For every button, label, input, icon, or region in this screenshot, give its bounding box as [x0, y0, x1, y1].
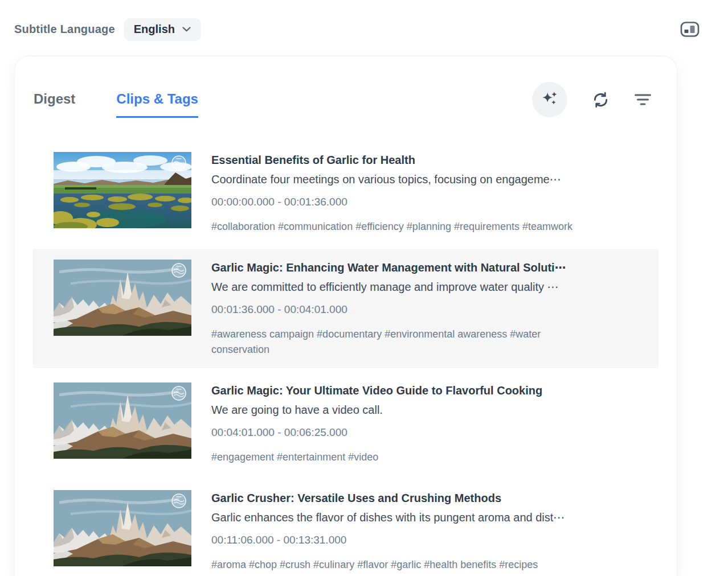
- clip-row[interactable]: Garlic Magic: Enhancing Water Management…: [33, 249, 659, 368]
- card-header: Digest Clips & Tags: [15, 56, 677, 118]
- clip-thumbnail[interactable]: [54, 152, 191, 228]
- clip-tags: #awareness campaign #documentary #enviro…: [211, 327, 604, 357]
- clip-thumbnail[interactable]: [54, 490, 191, 566]
- language-selector[interactable]: English: [124, 18, 201, 41]
- watermark-badge: [172, 264, 186, 277]
- chevron-down-icon: [182, 26, 191, 32]
- clip-title: Garlic Magic: Your Ultimate Video Guide …: [211, 383, 604, 398]
- clip-list: Essential Benefits of Garlic for Health …: [15, 141, 677, 576]
- card-toolbar: [532, 56, 652, 117]
- clip-title: Essential Benefits of Garlic for Health: [211, 153, 604, 168]
- clip-time-range: 00:01:36.000 - 00:04:01.000: [211, 302, 604, 317]
- clip-time-range: 00:11:06.000 - 00:13:31.000: [211, 533, 604, 548]
- mountain-peaks-thumbnail-image: [54, 260, 191, 336]
- clip-content: Garlic Crusher: Versatile Uses and Crush…: [211, 490, 604, 573]
- sparkles-icon: [540, 90, 559, 109]
- tab-digest[interactable]: Digest: [34, 90, 75, 118]
- clip-description: We are going to have a video call.: [211, 402, 604, 418]
- language-value: English: [134, 23, 175, 36]
- clip-row[interactable]: Garlic Magic: Your Ultimate Video Guide …: [33, 372, 659, 476]
- clip-title: Garlic Magic: Enhancing Water Management…: [211, 260, 604, 275]
- mountain-peaks-thumbnail-image: [54, 382, 191, 459]
- mountain-peaks-thumbnail-image: [54, 490, 191, 566]
- ai-sparkles-button[interactable]: [532, 82, 567, 117]
- subtitle-language-label: Subtitle Language: [14, 23, 115, 36]
- filter-button[interactable]: [634, 93, 652, 107]
- watermark-badge: [172, 156, 186, 170]
- clips-card: Digest Clips & Tags: [14, 56, 677, 576]
- filter-icon: [634, 93, 652, 107]
- layout-panel-icon: [680, 20, 700, 38]
- clip-description: Garlic enhances the flavor of dishes wit…: [211, 509, 604, 525]
- top-bar: Subtitle Language English: [0, 0, 728, 41]
- clip-thumbnail[interactable]: [54, 382, 191, 459]
- clip-description: We are committed to efficiently manage a…: [211, 279, 604, 295]
- clip-content: Garlic Magic: Your Ultimate Video Guide …: [211, 382, 604, 465]
- wetland-lake-thumbnail-image: [54, 152, 191, 228]
- tab-clips-and-tags[interactable]: Clips & Tags: [116, 90, 198, 118]
- clip-time-range: 00:04:01.000 - 00:06:25.000: [211, 425, 604, 440]
- clip-row[interactable]: Garlic Crusher: Versatile Uses and Crush…: [33, 479, 659, 576]
- refresh-button[interactable]: [591, 90, 610, 109]
- clip-tags: #engagement #entertainment #video: [211, 450, 604, 465]
- clip-title: Garlic Crusher: Versatile Uses and Crush…: [211, 491, 604, 506]
- clip-thumbnail[interactable]: [54, 260, 191, 336]
- clip-time-range: 00:00:00.000 - 00:01:36.000: [211, 195, 604, 209]
- clip-tags: #aroma #chop #crush #culinary #flavor #g…: [211, 557, 604, 573]
- clip-description: Coordinate four meetings on various topi…: [211, 171, 604, 187]
- watermark-badge: [172, 494, 186, 508]
- panel-layout-toggle-button[interactable]: [679, 19, 701, 39]
- tab-bar: Digest Clips & Tags: [34, 56, 198, 118]
- clip-content: Essential Benefits of Garlic for Health …: [211, 152, 604, 234]
- clip-content: Garlic Magic: Enhancing Water Management…: [211, 260, 604, 357]
- clip-tags: #collaboration #communication #efficienc…: [211, 219, 604, 234]
- watermark-badge: [172, 386, 186, 400]
- refresh-icon: [591, 90, 610, 109]
- clip-row[interactable]: Essential Benefits of Garlic for Health …: [33, 141, 659, 245]
